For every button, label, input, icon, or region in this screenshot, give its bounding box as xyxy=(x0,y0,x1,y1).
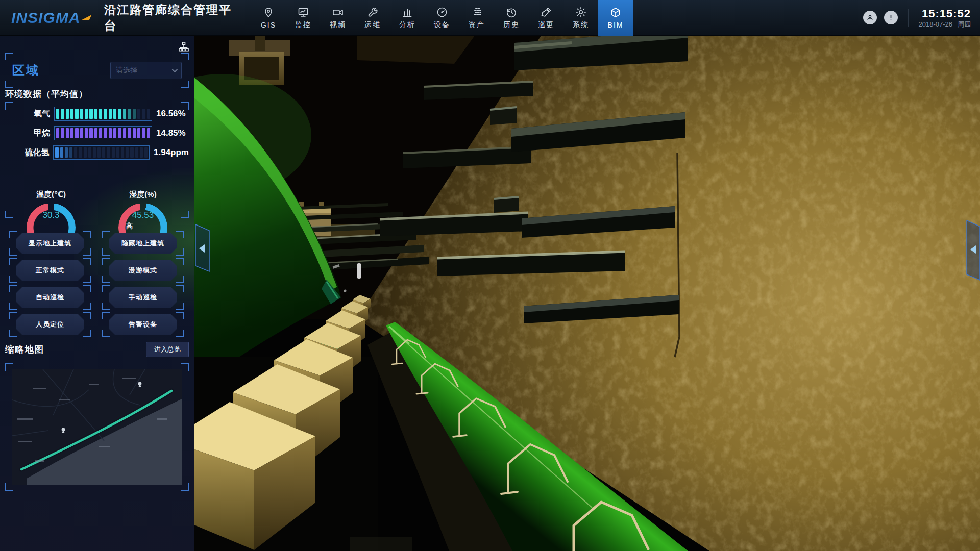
clock: 15:15:52 2018-07-26周四 xyxy=(919,7,971,29)
personnel-location-button[interactable]: 人员定位 xyxy=(16,314,84,335)
chevron-down-icon xyxy=(172,67,178,72)
environment-title: 环境数据（平均值） xyxy=(5,88,88,100)
page-title: 沿江路管廊综合管理平台 xyxy=(104,2,242,34)
flashlight-icon xyxy=(540,6,552,18)
region-section: 区域 请选择 xyxy=(5,53,189,88)
nav-item-system[interactable]: 系统 xyxy=(564,0,598,36)
env-bar-row: 硫化氢 1.94ppm xyxy=(5,145,189,160)
env-bar-track xyxy=(53,145,150,160)
env-bar-label: 氧气 xyxy=(5,109,54,119)
humidity-value: 45.53 xyxy=(110,210,176,220)
left-panel: 区域 请选择 环境数据（平均值） 氧气 16.56% 甲烷 14.85% xyxy=(0,36,194,551)
time-display: 15:15:52 xyxy=(919,7,971,21)
auto-patrol-button[interactable]: 自动巡检 xyxy=(16,287,84,308)
equalizer-icon xyxy=(471,6,483,18)
divider xyxy=(4,226,190,226)
nav-item-bim[interactable]: BIM xyxy=(598,0,633,36)
env-bar-label: 硫化氢 xyxy=(5,147,53,158)
nav-item-ops[interactable]: 运维 xyxy=(355,0,390,36)
nav-item-gis[interactable]: GIS xyxy=(251,0,286,36)
map-pin-icon xyxy=(262,7,275,19)
logo: INSIGMA xyxy=(11,9,93,27)
user-icon xyxy=(866,13,874,22)
history-clock-icon xyxy=(505,6,518,18)
minimap[interactable] xyxy=(12,369,182,485)
sitemap-icon[interactable] xyxy=(178,41,190,53)
gauge-level-label: 高 xyxy=(126,221,133,231)
env-bar-value: 16.56% xyxy=(152,109,189,119)
environment-section: 氧气 16.56% 甲烷 14.85% 硫化氢 1.94ppm 温度(℃) xyxy=(5,102,189,218)
roam-mode-button[interactable]: 漫游模式 xyxy=(109,260,177,281)
nav-item-analysis[interactable]: 分析 xyxy=(390,0,425,36)
manual-patrol-button[interactable]: 手动巡检 xyxy=(109,287,177,308)
header-divider xyxy=(908,9,909,27)
temperature-gauge-title: 温度(℃) xyxy=(18,190,84,199)
bar-chart-icon xyxy=(401,6,413,18)
weekday-display: 周四 xyxy=(958,20,971,28)
alarm-devices-button[interactable]: 告警设备 xyxy=(109,314,177,335)
nav-item-video[interactable]: 视频 xyxy=(321,0,355,36)
right-panel-collapse-handle[interactable] xyxy=(967,220,980,280)
env-bar-value: 14.85% xyxy=(152,128,189,138)
nav-item-asset[interactable]: 资产 xyxy=(459,0,494,36)
env-bar-label: 甲烷 xyxy=(5,128,54,139)
env-bar-row: 氧气 16.56% xyxy=(5,106,189,121)
temperature-value: 30.3 xyxy=(18,210,84,220)
main-nav: GIS 监控 视频 运维 分析 设备 xyxy=(251,0,633,36)
app-window: INSIGMA 沿江路管廊综合管理平台 GIS 监控 视频 运维 xyxy=(0,0,980,551)
humidity-gauge-title: 湿度(%) xyxy=(110,190,176,199)
gauge-icon xyxy=(436,6,448,18)
gear-icon xyxy=(575,6,587,18)
region-dropdown-placeholder: 请选择 xyxy=(116,66,137,75)
bim-3d-viewport[interactable] xyxy=(194,36,980,551)
user-button[interactable] xyxy=(863,11,877,24)
header-right: 15:15:52 2018-07-26周四 xyxy=(863,7,971,29)
env-bar-track xyxy=(54,107,152,121)
alert-button[interactable] xyxy=(884,11,898,24)
nav-item-patrol[interactable]: 巡更 xyxy=(529,0,564,36)
minimap-frame xyxy=(5,363,189,491)
nav-item-history[interactable]: 历史 xyxy=(494,0,529,36)
region-dropdown[interactable]: 请选择 xyxy=(110,62,182,79)
region-label: 区域 xyxy=(12,62,40,79)
date-display: 2018-07-26 xyxy=(919,20,953,28)
env-bar-value: 1.94ppm xyxy=(150,147,189,158)
sidebar-collapse-handle[interactable] xyxy=(195,224,209,271)
monitor-icon xyxy=(297,6,309,18)
logo-text: INSIGMA xyxy=(11,9,80,27)
hide-buildings-button[interactable]: 隐藏地上建筑 xyxy=(109,233,177,254)
video-camera-icon xyxy=(332,6,344,18)
env-bar-track xyxy=(54,126,152,140)
show-buildings-button[interactable]: 显示地上建筑 xyxy=(16,233,84,254)
top-bar: INSIGMA 沿江路管廊综合管理平台 GIS 监控 视频 运维 xyxy=(0,0,980,36)
logo-swoosh-icon xyxy=(81,15,92,20)
cube-icon xyxy=(609,7,622,19)
wrench-icon xyxy=(366,6,379,18)
normal-mode-button[interactable]: 正常模式 xyxy=(16,260,84,281)
exclamation-icon xyxy=(887,13,895,22)
env-bar-row: 甲烷 14.85% xyxy=(5,126,189,141)
enter-overview-button[interactable]: 进入总览 xyxy=(146,342,189,357)
nav-item-monitor[interactable]: 监控 xyxy=(286,0,321,36)
nav-item-device[interactable]: 设备 xyxy=(425,0,459,36)
minimap-title: 缩略地图 xyxy=(5,343,44,356)
